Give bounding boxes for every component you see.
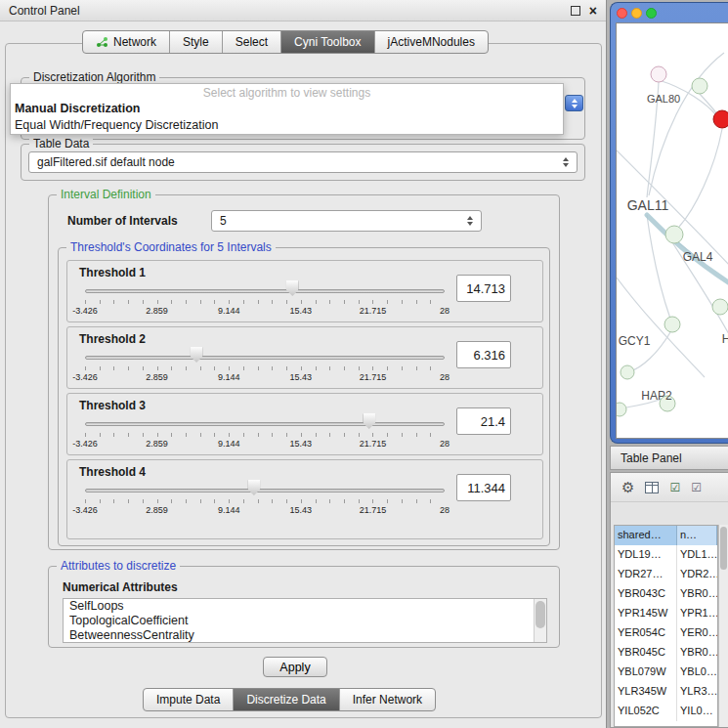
tab-impute-data[interactable]: Impute Data <box>144 689 233 710</box>
table-panel-header[interactable]: Table Panel <box>610 446 728 470</box>
table-toolbar: ⚙ ☑ ☑ <box>611 473 728 502</box>
slider-ticks <box>85 433 445 437</box>
group-title: Discretization Algorithm <box>29 70 159 84</box>
threshold-label: Threshold 3 <box>79 399 146 412</box>
control-panel-titlebar: Control Panel × <box>0 0 606 21</box>
threshold-4-value-field[interactable]: 11.344 <box>456 474 511 501</box>
tab-style[interactable]: Style <box>169 31 222 53</box>
tab-label: Discretize Data <box>246 693 325 707</box>
threshold-3-value-field[interactable]: 21.4 <box>456 407 511 435</box>
slider-scale: -3.426 2.859 9.144 15.43 21.715 28 <box>85 372 445 383</box>
columns-icon[interactable] <box>645 482 659 493</box>
column-header-name[interactable]: n… <box>677 526 717 545</box>
tab-select[interactable]: Select <box>222 31 280 53</box>
threshold-1-slider[interactable]: -3.426 2.859 9.144 15.43 21.715 28 <box>85 280 445 320</box>
threshold-label: Threshold 4 <box>79 465 146 479</box>
table-row[interactable]: YBL079WYBL0… <box>615 663 717 682</box>
algorithm-combo-stepper[interactable] <box>565 95 583 111</box>
list-item[interactable]: BetweennessCentrality <box>64 628 546 643</box>
tab-label: jActiveMNodules <box>388 35 475 49</box>
dropdown-option-equal-width-frequency[interactable]: Equal Width/Frequency Discretization <box>11 117 563 134</box>
slider-ticks <box>85 366 445 370</box>
tab-discretize-data[interactable]: Discretize Data <box>233 689 338 710</box>
list-item[interactable]: SelfLoops <box>64 599 546 614</box>
node[interactable] <box>692 78 707 94</box>
node-label-gal11: GAL11 <box>627 197 669 213</box>
slider-thumb[interactable] <box>363 413 375 429</box>
minimize-traffic-light[interactable] <box>631 8 642 19</box>
close-traffic-light[interactable] <box>617 8 627 19</box>
threshold-4-slider[interactable]: -3.426 2.859 9.144 15.43 21.715 28 <box>85 480 445 519</box>
threshold-2-value-field[interactable]: 6.316 <box>456 341 511 368</box>
group-title: Interval Definition <box>57 188 155 201</box>
node-label-gal80: GAL80 <box>647 93 680 105</box>
tab-label: Cyni Toolbox <box>294 35 361 49</box>
tab-label: Style <box>183 35 209 49</box>
column-header-shared-name[interactable]: shared… <box>615 526 677 545</box>
tab-infer-network[interactable]: Infer Network <box>339 689 435 710</box>
table-panel-title: Table Panel <box>621 451 682 465</box>
scrollbar-thumb[interactable] <box>720 527 727 570</box>
zoom-traffic-light[interactable] <box>646 8 657 19</box>
table-row[interactable]: YPR145WYPR1… <box>615 604 717 623</box>
slider-thumb[interactable] <box>247 480 260 495</box>
spinner-stepper-icon <box>467 216 473 226</box>
table-row[interactable]: YIL052CYIL0… <box>615 702 717 721</box>
thresholds-group: Threshold's Coordinates for 5 Intervals … <box>58 247 550 546</box>
apply-button[interactable]: Apply <box>263 657 327 677</box>
threshold-3-panel: Threshold 3 -3.426 2.859 9.144 15.43 21.… <box>66 393 543 455</box>
select-columns-icon[interactable]: ☑ <box>691 482 702 493</box>
table-row[interactable]: YER054CYER0… <box>615 623 717 643</box>
number-of-intervals-spinner[interactable]: 5 <box>211 210 482 232</box>
slider-track <box>85 422 445 426</box>
attribute-table: shared… n… YDL19…YDL1… YDR27…YDR2… YBR04… <box>614 525 718 727</box>
float-window-icon[interactable] <box>571 6 580 16</box>
dropdown-placeholder: Select algorithm to view settings <box>11 86 563 101</box>
slider-track <box>85 489 445 492</box>
node[interactable] <box>664 317 680 332</box>
tab-jactivemnodules[interactable]: jActiveMNodules <box>374 31 488 53</box>
threshold-2-slider[interactable]: -3.426 2.859 9.144 15.43 21.715 28 <box>85 347 445 386</box>
close-window-icon[interactable]: × <box>589 6 597 16</box>
select-all-icon[interactable]: ☑ <box>669 482 680 493</box>
node[interactable] <box>617 403 626 416</box>
scrollbar-thumb[interactable] <box>535 601 545 628</box>
node[interactable] <box>712 299 728 315</box>
table-row[interactable]: YBR045CYBR0… <box>615 643 717 663</box>
network-nodes <box>617 66 728 416</box>
network-canvas[interactable]: GAL80 GAL11 GAL4 GCY1 HAP2 H <box>616 22 728 439</box>
table-scrollbar[interactable] <box>718 525 728 727</box>
gear-icon[interactable]: ⚙ <box>621 480 634 494</box>
tab-cyni-toolbox[interactable]: Cyni Toolbox <box>280 31 373 53</box>
group-title: Attributes to discretize <box>57 559 180 573</box>
table-row[interactable]: YLR345WYLR3… <box>615 682 717 702</box>
table-row[interactable]: YDL19…YDL1… <box>615 545 717 565</box>
numerical-attributes-label: Numerical Attributes <box>63 580 178 594</box>
node-label-clipped: H <box>722 332 728 346</box>
tab-network[interactable]: Network <box>83 31 169 53</box>
table-row[interactable]: YDR27…YDR2… <box>615 565 717 584</box>
threshold-3-slider[interactable]: -3.426 2.859 9.144 15.43 21.715 28 <box>85 413 445 452</box>
slider-thumb[interactable] <box>191 347 203 363</box>
group-title: Threshold's Coordinates for 5 Intervals <box>66 240 276 254</box>
slider-track <box>85 289 445 293</box>
threshold-1-value-field[interactable]: 14.713 <box>456 275 511 302</box>
node[interactable] <box>665 226 683 243</box>
desktop: Control Panel × Network Style <box>0 0 728 728</box>
dropdown-option-manual-discretization[interactable]: Manual Discretization <box>11 101 563 117</box>
cyni-toolbox-panel: Discretization Algorithm Table Data galF… <box>5 43 602 718</box>
slider-thumb[interactable] <box>286 280 299 296</box>
list-scrollbar[interactable] <box>534 599 546 642</box>
bottom-tab-bar: Impute Data Discretize Data Infer Networ… <box>143 688 436 711</box>
slider-ticks <box>85 300 445 304</box>
node[interactable] <box>621 365 634 379</box>
threshold-4-panel: Threshold 4 -3.426 2.859 9.144 15.43 21.… <box>66 459 543 539</box>
table-row[interactable]: YBR043CYBR0… <box>615 584 717 604</box>
selected-node[interactable] <box>713 110 728 128</box>
node[interactable] <box>651 66 666 82</box>
node-label-hap2: HAP2 <box>641 389 672 403</box>
slider-track <box>85 356 445 360</box>
list-item[interactable]: TopologicalCoefficient <box>64 614 546 628</box>
table-data-combo[interactable]: galFiltered.sif default node <box>28 151 578 173</box>
slider-scale: -3.426 2.859 9.144 15.43 21.715 28 <box>85 439 445 450</box>
